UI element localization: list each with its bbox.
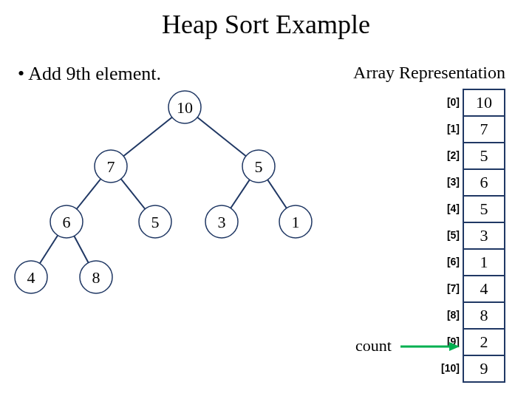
array-cell: 8 (463, 302, 505, 329)
array-cell: 3 (463, 222, 505, 249)
svg-text:5: 5 (151, 213, 160, 231)
svg-text:10: 10 (177, 98, 193, 117)
svg-text:5: 5 (255, 157, 263, 176)
array-cell: 10 (463, 89, 505, 116)
tree-node: 10 (168, 91, 201, 123)
array-cell: 5 (463, 143, 505, 169)
array-index-column: [0][1][2][3][4][5][6][7][8][9][10] (441, 89, 460, 381)
svg-text:6: 6 (63, 213, 71, 231)
array-cell: 7 (463, 116, 505, 143)
tree-node: 7 (95, 150, 127, 183)
array-index: [1] (441, 115, 460, 142)
array-index: [0] (441, 89, 460, 115)
svg-text:7: 7 (107, 157, 115, 176)
array-index: [7] (441, 275, 460, 301)
array-index: [8] (441, 301, 460, 328)
array-index: [10] (441, 355, 460, 381)
tree-node: 1 (279, 205, 312, 238)
tree-node: 8 (80, 261, 112, 293)
array-cell: 2 (463, 329, 505, 355)
array-index: [3] (441, 168, 460, 195)
array-cell: 6 (463, 169, 505, 196)
array-cell: 4 (463, 276, 505, 302)
page-title: Heap Sort Example (0, 9, 532, 40)
heap-tree-diagram: 1075653148 (7, 85, 332, 307)
tree-node: 6 (50, 205, 83, 238)
array-cell: 9 (463, 355, 505, 382)
svg-text:8: 8 (92, 268, 100, 287)
svg-text:4: 4 (27, 268, 35, 287)
array-index: [5] (441, 222, 460, 248)
tree-node: 3 (205, 205, 238, 238)
svg-text:3: 3 (218, 213, 226, 231)
array-table: 107565314829 (463, 89, 505, 383)
array-index: [4] (441, 195, 460, 222)
svg-marker-27 (449, 342, 460, 351)
array-repr-label: Array Representation (353, 63, 505, 83)
array-index: [2] (441, 142, 460, 168)
tree-node: 5 (242, 150, 275, 183)
tree-node: 5 (139, 205, 171, 238)
array-cell: 5 (463, 196, 505, 222)
step-bullet: • Add 9th element. (18, 63, 161, 85)
array-index: [6] (441, 248, 460, 275)
svg-text:1: 1 (292, 213, 300, 231)
array-cell: 1 (463, 249, 505, 276)
count-arrow-icon (400, 341, 460, 355)
count-label: count (355, 336, 392, 355)
tree-node: 4 (15, 261, 47, 293)
